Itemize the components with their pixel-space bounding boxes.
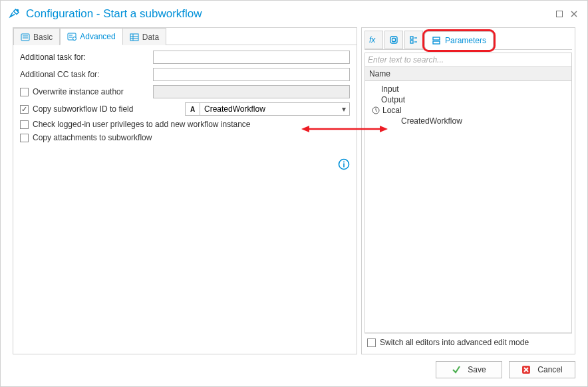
search-input[interactable]: Enter text to search... <box>365 53 572 67</box>
right-panel: fx Parameters Enter text to search... Na… <box>361 27 575 354</box>
check-privileges-checkbox[interactable] <box>20 120 29 129</box>
check-icon <box>452 365 461 374</box>
svg-rect-24 <box>433 41 440 44</box>
additional-cc-input[interactable] <box>153 68 350 81</box>
svg-rect-1 <box>557 11 563 17</box>
configure-icon <box>9 7 21 21</box>
tab-basic[interactable]: Basic <box>13 28 60 45</box>
chevron-down-icon: ▾ <box>339 104 349 114</box>
tab-parameters-label: Parameters <box>445 36 486 45</box>
cancel-label: Cancel <box>537 365 562 374</box>
tab-basic-label: Basic <box>33 33 53 42</box>
tab-data-label: Data <box>142 33 159 42</box>
svg-rect-23 <box>433 37 440 40</box>
copy-id-field-select[interactable]: A CreatedWorkflow ▾ <box>185 102 350 116</box>
check-privileges-label: Check logged-in user privileges to add n… <box>33 120 251 129</box>
svg-rect-2 <box>21 34 29 41</box>
tree-item-created-workflow[interactable]: CreatedWorkflow <box>369 116 567 126</box>
additional-cc-label: Additional CC task for: <box>20 70 153 79</box>
copy-id-field-name: CreatedWorkflow <box>200 104 339 114</box>
left-panel: Basic Advanced Data Additional task for:… <box>13 27 357 354</box>
additional-task-input[interactable] <box>153 51 350 64</box>
form-plus-icon <box>67 32 76 41</box>
parameters-tree[interactable]: Input Output Local CreatedWorkflow <box>365 81 572 333</box>
title-bar: Configuration - Start a subworkflow <box>1 1 587 27</box>
cancel-button[interactable]: Cancel <box>509 361 575 378</box>
save-button[interactable]: Save <box>436 361 502 378</box>
tab-advanced-label: Advanced <box>80 32 115 41</box>
svg-rect-20 <box>410 41 413 43</box>
svg-point-14 <box>343 162 345 163</box>
tree-item-output[interactable]: Output <box>369 94 567 105</box>
save-label: Save <box>468 365 486 374</box>
svg-point-8 <box>73 37 76 41</box>
parameters-icon <box>432 36 441 45</box>
info-icon[interactable] <box>338 158 350 170</box>
advanced-edit-checkbox[interactable] <box>367 338 376 347</box>
svg-rect-15 <box>343 164 345 168</box>
tree-column-header[interactable]: Name <box>365 67 572 81</box>
tree-item-local-label: Local <box>382 106 402 115</box>
dialog-buttons: Save Cancel <box>436 361 575 378</box>
cancel-icon <box>521 365 531 374</box>
tree-item-input[interactable]: Input <box>369 84 567 94</box>
additional-task-label: Additional task for: <box>20 53 153 62</box>
close-button[interactable] <box>569 9 579 19</box>
tab-parameters[interactable]: Parameters <box>424 31 494 50</box>
copy-attachments-checkbox[interactable] <box>20 134 29 142</box>
left-tabs: Basic Advanced Data <box>13 28 357 45</box>
expand-icon[interactable] <box>372 106 380 114</box>
overwrite-author-label: Overwrite instance author <box>33 87 124 96</box>
tab-advanced[interactable]: Advanced <box>60 28 122 45</box>
advanced-form: Additional task for: Additional CC task … <box>13 45 357 354</box>
overwrite-author-input <box>153 85 350 98</box>
maximize-button[interactable] <box>554 9 565 19</box>
advanced-edit-label: Switch all editors into advanced edit mo… <box>380 338 529 347</box>
window-title: Configuration - Start a subworkflow <box>26 7 202 21</box>
svg-point-0 <box>17 9 19 11</box>
svg-text:fx: fx <box>369 35 376 45</box>
right-tabs: fx Parameters <box>365 31 572 50</box>
svg-rect-9 <box>130 34 138 41</box>
svg-rect-17 <box>390 37 397 43</box>
copy-id-label: Copy subworkflow ID to field <box>33 104 133 114</box>
tab-functions[interactable]: fx <box>365 31 383 49</box>
tab-fields[interactable] <box>404 31 423 49</box>
svg-rect-18 <box>392 39 396 42</box>
copy-attachments-label: Copy attachments to subworkflow <box>33 133 152 142</box>
text-type-badge: A <box>186 103 200 115</box>
tab-objects[interactable] <box>384 31 403 49</box>
tree-item-local[interactable]: Local <box>369 105 567 116</box>
overwrite-author-checkbox[interactable] <box>20 88 29 96</box>
copy-id-checkbox[interactable] <box>20 105 29 114</box>
svg-rect-19 <box>410 37 413 39</box>
search-placeholder: Enter text to search... <box>368 55 444 64</box>
form-icon <box>21 33 30 42</box>
table-icon <box>130 33 139 42</box>
tab-data[interactable]: Data <box>123 28 166 45</box>
